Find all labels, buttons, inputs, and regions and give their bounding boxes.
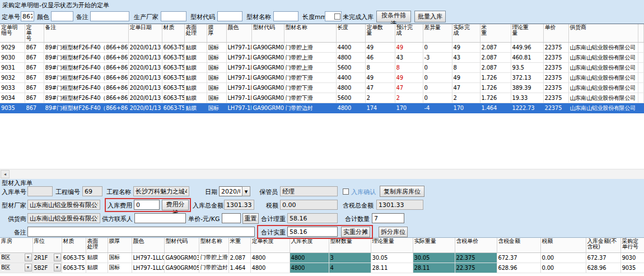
profile-name-filter-input[interactable] xyxy=(273,11,298,21)
grid-cell[interactable]: GA90GRM04 xyxy=(251,93,284,103)
keeper-input[interactable] xyxy=(280,186,338,196)
grid-cell[interactable]: 2020/01/13 xyxy=(128,73,162,83)
grid-cell[interactable]: 22375 xyxy=(543,93,568,103)
grid-cell[interactable] xyxy=(638,73,644,83)
grid-cell[interactable]: 门带腔上滑 xyxy=(284,53,336,63)
grid-cell[interactable]: 山东南山铝业股份有限公司 xyxy=(568,63,638,73)
grid-cell[interactable]: 22375 xyxy=(543,73,568,83)
column-header[interactable]: 定 单 号 xyxy=(25,24,44,43)
order-no-filter-input[interactable] xyxy=(21,11,34,21)
grid-cell[interactable]: 174 xyxy=(365,103,395,113)
grid-cell[interactable]: 22375 xyxy=(543,53,568,63)
grid-cell[interactable]: GA90GRM04 xyxy=(251,83,284,93)
grid-cell[interactable]: 2 xyxy=(365,93,395,103)
grid-cell[interactable]: 6063-T5 xyxy=(162,93,184,103)
grid-cell[interactable] xyxy=(638,83,644,93)
total-qty-input[interactable] xyxy=(372,213,404,223)
grid-cell[interactable]: 22.375 xyxy=(455,263,497,273)
grid-cell[interactable]: 门带腔下滑 xyxy=(284,93,336,103)
grid-cell[interactable]: 1.726 xyxy=(480,83,511,93)
column-header[interactable]: 备注 xyxy=(44,24,128,43)
grid-cell[interactable]: 30.05 xyxy=(371,252,413,263)
grid-cell[interactable]: 2020/01/13 xyxy=(128,83,162,93)
grid-cell[interactable]: 门带腔下滑 xyxy=(284,83,336,93)
grid-cell[interactable]: 0.00 xyxy=(540,252,586,263)
grid-cell[interactable]: 628.96 xyxy=(497,263,540,273)
column-header[interactable]: 材质 xyxy=(162,24,184,43)
grid-cell[interactable]: 867 xyxy=(25,103,44,113)
grid-cell[interactable]: 贴膜 xyxy=(184,93,207,103)
grid-cell[interactable]: 6063-T5 xyxy=(162,63,184,73)
supplier-input[interactable] xyxy=(27,213,100,223)
column-header[interactable]: 材质 xyxy=(62,238,86,252)
grid-cell[interactable]: 0 xyxy=(423,63,452,73)
dropdown-arrow-icon[interactable]: ▾ xyxy=(25,264,32,272)
grid-cell[interactable]: 5B2F▾ xyxy=(32,263,62,273)
grid-cell[interactable]: 9034 xyxy=(0,93,25,103)
inbound-remark-input[interactable] xyxy=(27,227,255,237)
grid-cell[interactable]: 4800 xyxy=(250,252,290,263)
grid-cell[interactable] xyxy=(638,63,644,73)
grid-cell[interactable]: 49 xyxy=(365,43,395,53)
grid-cell[interactable]: 4800 xyxy=(336,103,365,113)
grid-cell[interactable]: 89#门框型材F26-F40（866+867） xyxy=(44,43,128,53)
grid-cell[interactable]: 0 xyxy=(423,73,452,83)
grid-cell[interactable]: 9030 xyxy=(0,53,25,63)
grid-cell[interactable]: 89#门框型材F26-F40（866+867） xyxy=(44,63,128,73)
grid-cell[interactable]: 389.39 xyxy=(511,83,543,93)
grid-cell[interactable]: 47 xyxy=(395,83,423,93)
grid-cell[interactable]: 贴膜 xyxy=(184,103,207,113)
column-header[interactable]: 实际重量 xyxy=(413,238,455,252)
grid-cell[interactable]: 2020/01/13 xyxy=(128,63,162,73)
grid-cell[interactable]: LH797-1LL0 xyxy=(226,93,251,103)
grid-cell[interactable]: 372.13 xyxy=(511,73,543,83)
grid-row[interactable]: B区▾5B2F▾6063-T5贴膜国标LH797-1LL0GA90GRM05门带… xyxy=(0,263,644,273)
grid-cell[interactable]: 4800 xyxy=(336,53,365,63)
grid-cell[interactable]: GA90GRM04 xyxy=(251,73,284,83)
column-header[interactable]: 长度 xyxy=(336,24,365,43)
grid-cell[interactable]: 2 xyxy=(395,93,423,103)
grid-cell[interactable]: 9030 xyxy=(620,252,644,263)
grid-cell[interactable]: 2020/01/13 xyxy=(128,93,162,103)
grid-row[interactable]: 903286789#门框型材F26-F40（866+867）2020/01/13… xyxy=(0,73,644,83)
color-filter-input[interactable] xyxy=(51,11,73,21)
grid-cell[interactable]: 1.726 xyxy=(480,93,511,103)
grid-cell[interactable]: 山东南山铝业股份有限公司 xyxy=(568,83,638,93)
grid-cell[interactable]: 贴膜 xyxy=(184,73,207,83)
grid-cell[interactable]: 贴膜 xyxy=(86,263,108,273)
grid-cell[interactable]: 4800 xyxy=(290,252,329,263)
grid-cell[interactable]: 2 xyxy=(452,93,480,103)
grid-cell[interactable]: 28.11 xyxy=(413,263,455,273)
grid-cell[interactable]: 6063-T5 xyxy=(162,73,184,83)
grid-cell[interactable]: 5600 xyxy=(336,93,365,103)
column-header[interactable]: 库房 xyxy=(0,238,32,252)
total-with-tax-input[interactable] xyxy=(376,200,423,210)
grid-cell[interactable]: 867 xyxy=(25,63,44,73)
fee-input[interactable] xyxy=(134,200,160,210)
grid-cell[interactable]: 170 xyxy=(452,103,480,113)
column-header[interactable]: 颜色 xyxy=(226,24,251,43)
factory-input[interactable] xyxy=(27,200,100,210)
grid-cell[interactable]: -4 xyxy=(423,103,452,113)
grid-cell[interactable]: 43 xyxy=(395,53,423,63)
grid-cell[interactable]: 6063-T5 xyxy=(162,103,184,113)
dropdown-arrow-icon[interactable]: ▾ xyxy=(54,254,61,261)
grid-cell[interactable]: 9035 xyxy=(0,103,25,113)
grid-cell[interactable]: GA90GRM03 xyxy=(251,53,284,63)
grid-cell[interactable]: 30.05 xyxy=(413,252,455,263)
grid-cell[interactable]: 89#门框型材F26-F40（866+867） xyxy=(44,103,128,113)
column-header[interactable]: 含税单价 xyxy=(455,238,497,252)
dropdown-arrow-icon[interactable]: ▾ xyxy=(25,254,32,261)
column-header[interactable]: 入库金额(不含税) xyxy=(586,238,620,252)
filter-by-condition-button[interactable]: 按条件筛选 xyxy=(376,11,411,22)
grid-cell[interactable]: 国标 xyxy=(207,93,226,103)
grid-cell[interactable]: LH797-1LL0 xyxy=(132,263,164,273)
grid-cell[interactable]: 49 xyxy=(452,43,480,53)
grid-row[interactable]: B区▾2R1F▾6063-T5贴膜国标LH797-1LL0GA90GRM03门带… xyxy=(0,252,644,263)
grid-cell[interactable]: 国标 xyxy=(207,63,226,73)
grid-row[interactable]: 903386789#门框型材F26-F40（866+867）2020/01/13… xyxy=(0,83,644,93)
grid-cell[interactable]: 4800 xyxy=(250,263,290,273)
grid-cell[interactable]: 19.33 xyxy=(511,93,543,103)
grid-row[interactable]: 903486789#门框型材F26-F40（866+867）2020/01/13… xyxy=(0,93,644,103)
grid-cell[interactable]: 89#门框型材F26-F40（866+867） xyxy=(44,83,128,93)
